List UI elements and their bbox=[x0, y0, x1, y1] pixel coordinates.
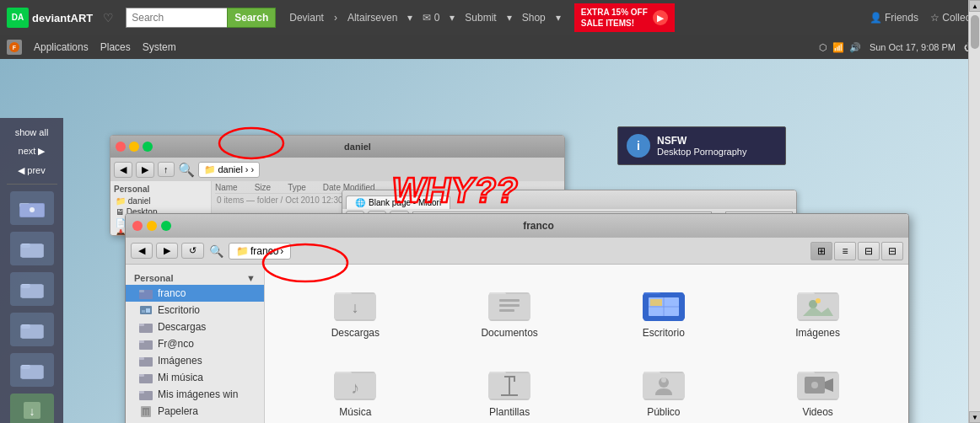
left-dock: show all next ▶ ◀ prev bbox=[0, 118, 63, 423]
shop-nav[interactable]: Shop bbox=[522, 12, 546, 24]
web-icon: 🌐 bbox=[355, 198, 365, 207]
sidebar-item-franco2[interactable]: Fr@nco bbox=[126, 335, 264, 352]
scrollbar[interactable]: ▲ ▼ bbox=[968, 0, 980, 423]
close-button[interactable] bbox=[116, 142, 126, 152]
svg-rect-38 bbox=[139, 391, 144, 394]
list-view-btn[interactable]: ≡ bbox=[834, 242, 856, 260]
promo-banner[interactable]: EXTRA 15% OFF SALE ITEMS! ▶ bbox=[574, 3, 675, 32]
dock-folder-icon-3[interactable] bbox=[10, 313, 54, 346]
svg-point-7 bbox=[30, 207, 35, 212]
folder-escritorio[interactable]: Escritorio bbox=[590, 278, 738, 344]
forward-button[interactable]: ▶ bbox=[136, 162, 154, 178]
fm-location-bar[interactable]: 📁 daniel › › bbox=[198, 162, 261, 178]
sidebar-daniel[interactable]: 📁 daniel bbox=[114, 195, 207, 206]
file-manager-franco[interactable]: franco ◀ ▶ ↺ 🔍 📁 franco › ⊞ ≡ ⊟ ⊟ Person… bbox=[125, 213, 909, 423]
nav-arrow3: ▾ bbox=[507, 12, 512, 24]
gnome-taskbar: F Applications Places System ⬡ 📶 🔊 Sun O… bbox=[0, 35, 980, 59]
svg-rect-13 bbox=[20, 285, 44, 297]
folder-videos[interactable]: Videos bbox=[744, 357, 891, 423]
fm-back-btn[interactable]: ◀ bbox=[131, 243, 153, 259]
fm-content-area: ↓ Descargas bbox=[265, 265, 908, 423]
col-size: Size bbox=[255, 183, 271, 192]
sidebar-item-escritorio[interactable]: Escritorio bbox=[126, 302, 264, 319]
star-icon: ☆ bbox=[930, 12, 940, 24]
svg-rect-51 bbox=[499, 299, 520, 302]
folder-imagenes[interactable]: Imágenes bbox=[744, 278, 891, 344]
fm-close-button[interactable] bbox=[132, 221, 143, 231]
sidebar-item-franco[interactable]: franco bbox=[126, 285, 264, 302]
breadcrumb-arrow: › bbox=[251, 164, 255, 174]
icon-view-btn[interactable]: ⊞ bbox=[810, 242, 832, 260]
collect-nav[interactable]: ☆ Collect bbox=[930, 12, 973, 24]
gnome-app-icon: F bbox=[7, 40, 22, 55]
svg-rect-19 bbox=[20, 366, 44, 378]
gnome-applications[interactable]: Applications bbox=[34, 41, 89, 53]
fm-main-titlebar: franco bbox=[126, 214, 908, 238]
svg-rect-34 bbox=[139, 357, 144, 360]
sidebar-item-papelera[interactable]: Papelera bbox=[126, 403, 264, 420]
nsfw-notification[interactable]: i NSFW Desktop Pornography bbox=[617, 126, 786, 165]
dock-download-icon[interactable]: ↓ bbox=[10, 394, 54, 423]
dock-folder-icon-4[interactable] bbox=[10, 353, 54, 387]
location-text: daniel bbox=[218, 164, 243, 174]
publico-label: Público bbox=[647, 406, 680, 418]
scroll-thumb[interactable] bbox=[971, 15, 979, 49]
dock-home-icon[interactable] bbox=[10, 191, 54, 225]
nav-arrow1: ▾ bbox=[407, 12, 412, 24]
folder-musica[interactable]: ♪ Música bbox=[282, 357, 429, 423]
sidebar-item-musica[interactable]: Mi música bbox=[126, 369, 264, 386]
collapse-icon[interactable]: ▼ bbox=[246, 273, 256, 283]
fm-main-toolbar: ◀ ▶ ↺ 🔍 📁 franco › ⊞ ≡ ⊟ ⊟ bbox=[126, 238, 908, 265]
sidebar-item-descargas[interactable]: Descargas bbox=[126, 319, 264, 335]
svg-rect-28 bbox=[146, 308, 150, 313]
svg-point-83 bbox=[811, 382, 818, 388]
submit-nav[interactable]: Submit bbox=[465, 12, 496, 24]
tree-view-btn[interactable]: ⊟ bbox=[881, 242, 903, 260]
svg-rect-30 bbox=[139, 324, 144, 326]
sidebar-item-imagenes[interactable]: Imágenes bbox=[126, 352, 264, 369]
search-input[interactable] bbox=[126, 8, 227, 28]
midori-tab[interactable]: 🌐 Blank page - Midori bbox=[346, 195, 450, 209]
prev-button[interactable]: ◀ prev bbox=[4, 163, 59, 179]
back-button[interactable]: ◀ bbox=[114, 162, 132, 178]
next-button[interactable]: next ▶ bbox=[4, 143, 59, 159]
location-franco: franco bbox=[250, 245, 278, 257]
fm-minimize-button[interactable] bbox=[147, 221, 157, 231]
scroll-down-button[interactable]: ▼ bbox=[969, 411, 980, 423]
mail-nav[interactable]: ✉ 0 bbox=[423, 12, 439, 24]
minimize-button[interactable] bbox=[129, 142, 139, 152]
svg-point-65 bbox=[816, 298, 821, 303]
da-logo-icon: DA bbox=[7, 8, 29, 28]
fm-main-title: franco bbox=[175, 220, 902, 232]
nav-arrow4: ▾ bbox=[556, 12, 561, 24]
svg-text:↓: ↓ bbox=[29, 404, 35, 418]
fm-forward-btn[interactable]: ▶ bbox=[156, 243, 178, 259]
gnome-places[interactable]: Places bbox=[100, 41, 131, 53]
fm-maximize-button[interactable] bbox=[161, 221, 171, 231]
fm-reload-btn[interactable]: ↺ bbox=[181, 243, 204, 259]
svg-rect-25 bbox=[139, 290, 144, 292]
compact-view-btn[interactable]: ⊟ bbox=[858, 242, 880, 260]
friends-nav[interactable]: 👤 Friends bbox=[870, 12, 918, 24]
sidebar-item-mis-imagenes[interactable]: Mis imágenes win bbox=[126, 386, 264, 403]
search-button[interactable]: Search bbox=[227, 8, 276, 28]
promo-play-button[interactable]: ▶ bbox=[653, 10, 668, 25]
fm-location-bar[interactable]: 📁 franco › bbox=[229, 243, 291, 260]
dock-folder-icon-1[interactable] bbox=[10, 232, 54, 265]
maximize-button[interactable] bbox=[143, 142, 153, 152]
folder-plantillas[interactable]: Plantillas bbox=[436, 357, 584, 423]
folder-descargas[interactable]: ↓ Descargas bbox=[282, 278, 429, 344]
network-icon: 📶 bbox=[832, 42, 844, 53]
scroll-up-button[interactable]: ▲ bbox=[969, 0, 980, 12]
user-nav[interactable]: Altairseven bbox=[347, 12, 397, 24]
folder-documentos[interactable]: Documentos bbox=[436, 278, 584, 344]
show-all-button[interactable]: show all bbox=[4, 125, 59, 140]
deviant-nav[interactable]: Deviant bbox=[289, 12, 324, 24]
up-button[interactable]: ↑ bbox=[158, 162, 175, 177]
search-icon: 🔍 bbox=[178, 162, 195, 178]
dock-folder-icon-2[interactable] bbox=[10, 272, 54, 306]
svg-rect-32 bbox=[139, 340, 144, 343]
folder-publico[interactable]: Público bbox=[590, 357, 738, 423]
gnome-system[interactable]: System bbox=[143, 41, 176, 53]
videos-icon bbox=[794, 362, 842, 403]
